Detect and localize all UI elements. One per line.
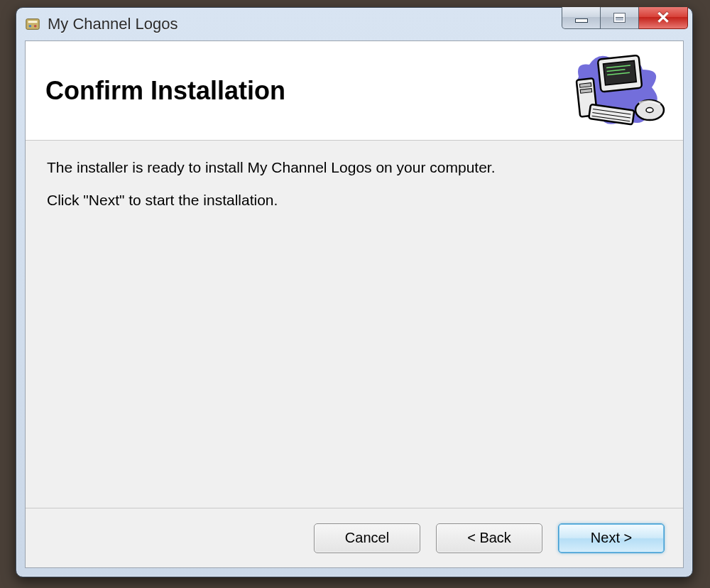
svg-point-2 — [29, 25, 32, 28]
close-icon: ✕ — [656, 9, 670, 26]
svg-rect-10 — [579, 82, 591, 87]
app-icon — [25, 16, 40, 32]
minimize-icon — [575, 18, 588, 23]
maximize-button[interactable] — [600, 7, 639, 29]
caption-buttons: ✕ — [562, 7, 688, 29]
svg-rect-1 — [28, 21, 38, 23]
svg-rect-0 — [26, 19, 39, 30]
svg-point-17 — [646, 107, 653, 112]
title-bar[interactable]: My Channel Logos ✕ — [16, 8, 692, 40]
svg-rect-5 — [603, 60, 636, 85]
wizard-banner: Confirm Installation — [26, 41, 683, 141]
close-button[interactable]: ✕ — [638, 7, 688, 29]
cancel-button[interactable]: Cancel — [314, 523, 420, 553]
back-button[interactable]: < Back — [436, 523, 542, 553]
maximize-icon — [614, 13, 625, 22]
installer-computer-icon — [568, 52, 667, 130]
installer-window: My Channel Logos ✕ Confirm Installation — [16, 7, 693, 577]
window-title: My Channel Logos — [48, 15, 178, 33]
client-area: Confirm Installation — [25, 40, 684, 568]
next-button[interactable]: Next > — [558, 523, 665, 553]
body-text-line2: Click "Next" to start the installation. — [47, 192, 662, 209]
minimize-button[interactable] — [562, 7, 601, 29]
wizard-footer: Cancel < Back Next > — [26, 508, 683, 567]
svg-rect-11 — [580, 88, 591, 93]
svg-point-3 — [34, 25, 37, 28]
wizard-content: The installer is ready to install My Cha… — [26, 141, 683, 508]
body-text-line1: The installer is ready to install My Cha… — [47, 159, 662, 176]
page-heading: Confirm Installation — [45, 76, 285, 106]
